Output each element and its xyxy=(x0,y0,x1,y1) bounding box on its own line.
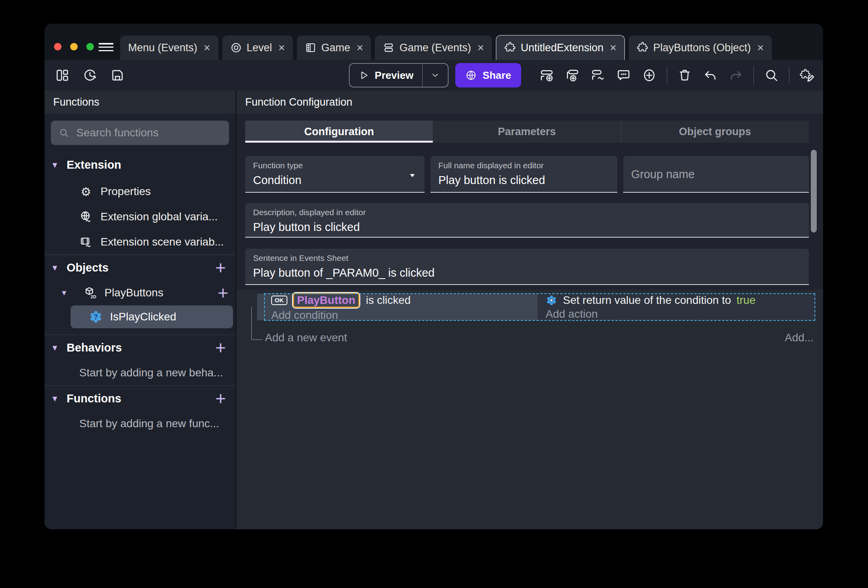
event-tree-bracket xyxy=(251,307,262,340)
full-name-field[interactable]: Full name displayed in editor Play butto… xyxy=(430,156,617,193)
search-functions-box[interactable] xyxy=(51,121,229,145)
tab-label: Game (Events) xyxy=(399,42,471,54)
tab-object-groups[interactable]: Object groups xyxy=(621,121,809,143)
delete-button[interactable] xyxy=(676,67,693,84)
close-tab-icon[interactable]: × xyxy=(357,42,363,54)
condition-object-token[interactable]: PlayButton xyxy=(293,293,360,308)
item-label: Extension global varia... xyxy=(101,210,218,223)
close-tab-icon[interactable]: × xyxy=(610,42,617,54)
field-label: Description, displayed in editor xyxy=(253,208,801,217)
conditions-cell[interactable]: OK PlayButton is clicked Add condition xyxy=(257,294,538,320)
section-behaviors[interactable]: ▾ Behaviors + xyxy=(45,335,235,360)
add-condition-button[interactable]: Add condition xyxy=(271,309,538,322)
save-button[interactable] xyxy=(109,67,126,84)
tab-configuration[interactable]: Configuration xyxy=(245,121,433,143)
search-events-button[interactable] xyxy=(763,67,780,84)
choose-event-button[interactable] xyxy=(641,67,658,84)
preview-options-button[interactable] xyxy=(423,71,448,80)
add-object-function-button[interactable]: + xyxy=(218,284,228,302)
add-other-event-button[interactable] xyxy=(590,67,606,84)
close-window-button[interactable] xyxy=(54,43,61,50)
item-properties[interactable]: ⚙ Properties xyxy=(45,179,235,204)
collapse-icon[interactable]: ▾ xyxy=(52,393,67,404)
functions-tree: ▾ Extension ⚙ Properties Extension globa… xyxy=(45,145,235,529)
item-extension-scene-variables[interactable]: Extension scene variab... xyxy=(45,229,235,255)
function-type-select[interactable]: Function type Condition xyxy=(245,156,425,193)
description-field[interactable]: Description, displayed in editor Play bu… xyxy=(245,203,809,238)
add-more-button[interactable]: Add... xyxy=(785,331,814,344)
history-icon xyxy=(82,68,97,83)
action-line[interactable]: Set return value of the condition to tru… xyxy=(546,294,816,307)
fields-row: Function type Condition Full name displa… xyxy=(245,156,809,193)
project-manager-icon xyxy=(55,68,70,83)
gdevelop-gear-icon xyxy=(546,294,557,306)
tab-untitled-extension[interactable]: UntitledExtension × xyxy=(496,35,625,60)
item-extension-global-variables[interactable]: Extension global varia... xyxy=(45,204,235,229)
gear-icon: ⚙ xyxy=(79,185,93,199)
section-extension[interactable]: ▾ Extension xyxy=(45,151,235,179)
undo-button[interactable] xyxy=(702,67,719,84)
section-label: Objects xyxy=(67,261,215,274)
tab-playbuttons-object[interactable]: PlayButtons (Object) × xyxy=(629,35,772,60)
add-new-event-button[interactable]: Add a new event xyxy=(265,331,347,344)
tab-parameters[interactable]: Parameters xyxy=(433,121,620,143)
item-label: PlayButtons xyxy=(104,287,163,299)
redo-button[interactable] xyxy=(728,67,744,84)
close-tab-icon[interactable]: × xyxy=(477,42,484,54)
globe-variable-icon xyxy=(79,210,93,223)
search-functions-input[interactable] xyxy=(76,126,221,140)
content: Functions ▾ Extension ⚙ Properties Exten… xyxy=(45,91,823,529)
item-label: Extension scene variab... xyxy=(101,236,224,248)
film-icon xyxy=(305,42,317,54)
preview-button[interactable]: Preview xyxy=(349,63,449,87)
add-action-button[interactable]: Add action xyxy=(546,308,816,320)
section-objects[interactable]: ▾ Objects + xyxy=(45,255,235,280)
zoom-window-button[interactable] xyxy=(86,43,94,50)
event-row[interactable]: OK PlayButton is clicked Add condition S… xyxy=(257,294,816,320)
add-object-button[interactable]: + xyxy=(215,259,227,277)
main-menu-icon[interactable] xyxy=(99,43,114,51)
field-label: Function type xyxy=(253,161,417,170)
tab-label: Game xyxy=(321,42,350,54)
add-event-button[interactable] xyxy=(538,67,555,84)
tab-game-events[interactable]: Game (Events) × xyxy=(375,35,492,60)
close-tab-icon[interactable]: × xyxy=(278,42,285,54)
close-tab-icon[interactable]: × xyxy=(204,42,210,54)
toolbar-left xyxy=(54,60,126,91)
sentence-field[interactable]: Sentence in Events Sheet Play button of … xyxy=(245,249,809,285)
item-playbuttons[interactable]: ▾ PlayButtons + xyxy=(45,280,235,305)
add-behavior-button[interactable]: + xyxy=(215,339,227,357)
version-history-button[interactable] xyxy=(82,67,98,84)
condition-line[interactable]: OK PlayButton is clicked xyxy=(271,293,538,308)
tab-level[interactable]: Level × xyxy=(222,35,293,60)
tab-menu-events[interactable]: Menu (Events) × xyxy=(120,35,218,60)
collapse-icon[interactable]: ▾ xyxy=(52,262,67,273)
share-button[interactable]: Share xyxy=(455,63,521,87)
dropdown-arrow-icon[interactable] xyxy=(408,171,417,181)
group-name-field[interactable]: Group name xyxy=(623,156,809,193)
section-label: Behaviors xyxy=(67,341,215,354)
tab-game[interactable]: Game × xyxy=(297,35,371,60)
open-project-manager-button[interactable] xyxy=(54,67,71,84)
minimize-window-button[interactable] xyxy=(70,43,78,50)
section-functions[interactable]: ▾ Functions + xyxy=(45,385,235,411)
item-isplayclicked[interactable]: IsPlayClicked xyxy=(71,305,233,328)
scrollbar-thumb[interactable] xyxy=(811,150,817,233)
configuration-tabs: Configuration Parameters Object groups xyxy=(245,121,809,143)
add-subevent-icon xyxy=(565,68,580,83)
field-value: Play button of _PARAM0_ is clicked xyxy=(253,266,801,279)
collapse-icon[interactable]: ▾ xyxy=(52,342,67,353)
collapse-icon[interactable]: ▾ xyxy=(52,159,67,170)
edit-extension-button[interactable] xyxy=(799,67,815,84)
close-tab-icon[interactable]: × xyxy=(757,42,764,54)
action-value[interactable]: true xyxy=(737,294,756,307)
add-function-button[interactable]: + xyxy=(215,389,227,408)
preview-label: Preview xyxy=(375,69,414,82)
add-subevent-button[interactable] xyxy=(564,67,581,84)
field-value: Play button is clicked xyxy=(438,174,609,187)
actions-cell[interactable]: Set return value of the condition to tru… xyxy=(538,294,816,320)
toolbar: Preview Share xyxy=(45,60,823,91)
extension-puzzle-icon xyxy=(637,42,648,54)
add-comment-button[interactable] xyxy=(615,67,632,84)
collapse-icon[interactable]: ▾ xyxy=(62,288,75,298)
